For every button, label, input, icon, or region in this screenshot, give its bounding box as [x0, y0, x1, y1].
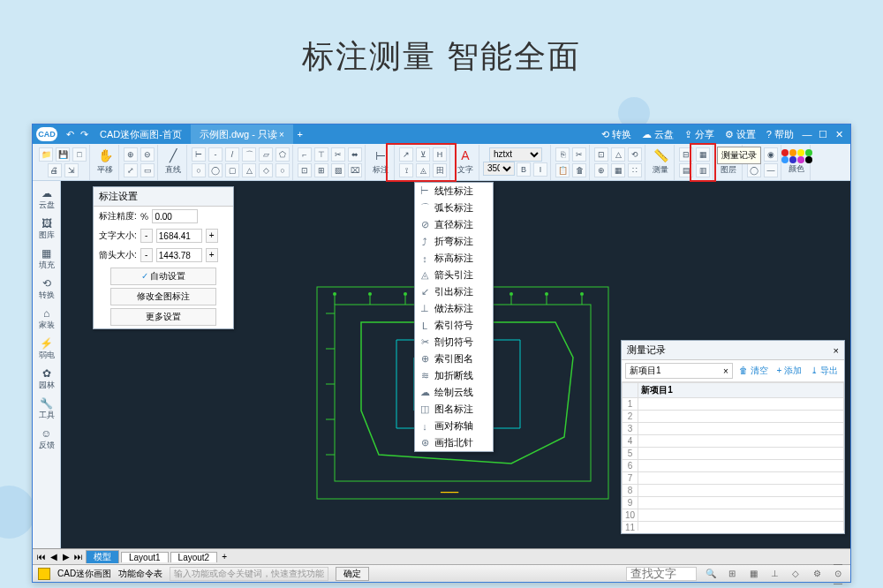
del-icon[interactable]: 🗑 [572, 163, 586, 177]
table-row[interactable]: 4 [623, 435, 844, 448]
annot-menu-图名标注[interactable]: ◫图名标注 [415, 401, 493, 418]
osnap-icon[interactable]: ◇ [789, 569, 803, 578]
paste-icon[interactable]: 📋 [555, 163, 570, 177]
zoom-window-icon[interactable]: ▭ [140, 163, 155, 177]
m4-icon[interactable]: ⬌ [348, 147, 362, 162]
table-row[interactable]: 5 [623, 448, 844, 460]
m5-icon[interactable]: ⊡ [298, 163, 312, 177]
t5-icon[interactable]: ▦ [611, 163, 625, 177]
text-size-input[interactable] [156, 229, 202, 243]
tab-add[interactable]: + [219, 552, 230, 562]
link-settings[interactable]: ⚙ 设置 [720, 128, 761, 141]
msr1-icon[interactable]: ⊟ [679, 147, 693, 162]
command-input[interactable]: 输入功能或命令关键词，快速查找功能 [170, 567, 328, 581]
m6-icon[interactable]: ⊞ [314, 163, 328, 177]
find-text-input[interactable] [626, 567, 697, 581]
search-icon[interactable]: 🔍 [704, 569, 718, 578]
zoom-slider-icon[interactable]: —⊙— [831, 559, 845, 588]
italic-icon[interactable]: I [533, 162, 547, 177]
cut-icon[interactable]: ✂ [572, 147, 586, 162]
window-min-icon[interactable]: — [799, 129, 815, 139]
dock-云盘[interactable]: ☁云盘 [34, 185, 59, 213]
msr4-icon[interactable]: ▥ [696, 163, 710, 177]
arc-icon[interactable]: ⌒ [242, 147, 256, 162]
c1-icon[interactable]: ○ [192, 163, 206, 177]
ly2-icon[interactable]: ◉ [764, 147, 778, 162]
a1-icon[interactable]: ↗ [399, 147, 413, 162]
table-row[interactable]: 7 [623, 472, 844, 485]
m7-icon[interactable]: ▧ [331, 163, 345, 177]
link-help[interactable]: ? 帮助 [761, 128, 799, 141]
c5-icon[interactable]: ◇ [259, 163, 273, 177]
dock-家装[interactable]: ⌂家装 [34, 305, 59, 333]
arrow-size-dec[interactable]: - [140, 248, 153, 262]
dock-园林[interactable]: ✿园林 [34, 365, 59, 393]
t6-icon[interactable]: ∷ [628, 163, 642, 177]
table-row[interactable]: 9 [623, 497, 844, 509]
annotate-button[interactable]: ⊢标注 [369, 147, 392, 177]
tab-next-icon[interactable]: ▶ [61, 552, 72, 562]
project-name-field[interactable]: 新项目1× [625, 363, 733, 379]
open-icon[interactable]: 📁 [39, 147, 53, 162]
tab-home[interactable]: CAD迷你画图-首页 [91, 124, 191, 144]
status-settings-icon[interactable]: ⚙ [810, 569, 824, 578]
annot-menu-弧长标注[interactable]: ⌒弧长标注 [415, 200, 493, 216]
table-row[interactable]: 3 [623, 423, 844, 435]
zoom-fit-icon[interactable]: ⤢ [124, 163, 138, 177]
line-button[interactable]: ╱直线 [162, 147, 185, 177]
annot-menu-线性标注[interactable]: ⊢线性标注 [415, 183, 493, 200]
tab-prev-icon[interactable]: ◀ [49, 552, 59, 562]
table-row[interactable]: 6 [623, 460, 844, 472]
dock-图库[interactable]: 🖼图库 [34, 215, 59, 243]
c3-icon[interactable]: ▢ [225, 163, 239, 177]
ly4-icon[interactable]: — [764, 163, 778, 177]
a3-icon[interactable]: H [433, 147, 447, 162]
table-row[interactable]: 11 [623, 522, 844, 531]
annot-menu-标高标注[interactable]: ↕标高标注 [415, 250, 493, 267]
measure-panel-close-icon[interactable]: × [834, 345, 839, 356]
annot-menu-直径标注[interactable]: ⊘直径标注 [415, 216, 493, 233]
snap-icon[interactable]: ⊞ [725, 569, 739, 578]
text-size-inc[interactable]: + [206, 229, 218, 243]
dock-工具[interactable]: 🔧工具 [34, 395, 59, 423]
font-name-select[interactable]: hztxt [489, 147, 542, 162]
link-cloud[interactable]: ☁ 云盘 [637, 128, 679, 141]
m2-icon[interactable]: ⊤ [314, 147, 328, 162]
a2-icon[interactable]: ⊻ [416, 147, 430, 162]
text-button[interactable]: A文字 [454, 147, 477, 177]
annot-menu-做法标注[interactable]: ⊥做法标注 [415, 300, 493, 317]
text-size-dec[interactable]: - [140, 229, 153, 243]
arrow-size-input[interactable] [156, 248, 202, 262]
pan-button[interactable]: ✋平移 [94, 147, 117, 177]
annot-menu-剖切符号[interactable]: ✂剖切符号 [415, 334, 493, 351]
msr3-icon[interactable]: ▤ [679, 163, 693, 177]
poly-icon[interactable]: ⬠ [275, 147, 290, 162]
more-settings-button[interactable]: 更多设置 [110, 308, 216, 326]
dock-反馈[interactable]: ☺反馈 [34, 425, 59, 453]
grid-icon[interactable]: ▦ [746, 569, 760, 578]
c6-icon[interactable]: ○ [275, 163, 290, 177]
precision-input[interactable] [152, 209, 198, 223]
link-share[interactable]: ⇪ 分享 [679, 128, 720, 141]
tab-last-icon[interactable]: ⏭ [73, 552, 84, 562]
annot-menu-引出标注[interactable]: ↙引出标注 [415, 283, 493, 300]
c4-icon[interactable]: △ [242, 163, 256, 177]
ly3-icon[interactable]: ◯ [747, 163, 761, 177]
table-row[interactable]: 10 [623, 509, 844, 522]
font-size-select[interactable]: 350 [483, 162, 515, 176]
table-row[interactable]: 1 [623, 398, 844, 411]
c2-icon[interactable]: ◯ [208, 163, 223, 177]
window-close-icon[interactable]: ✕ [831, 129, 847, 140]
annot-menu-加折断线[interactable]: ≋加折断线 [415, 367, 493, 384]
canvas[interactable]: 标注设置 标注精度: ⁰⁄₀ 文字大小: - + 箭头大小: - + [61, 181, 850, 548]
annot-menu-箭头引注[interactable]: ◬箭头引注 [415, 267, 493, 283]
auto-set-button[interactable]: 自动设置 [110, 268, 216, 285]
pline-icon[interactable]: ⊢ [192, 147, 206, 162]
tab-file[interactable]: 示例图.dwg - 只读× [191, 124, 293, 144]
annot-menu-画对称轴[interactable]: ↓画对称轴 [415, 418, 493, 434]
add-button[interactable]: + 添加 [774, 365, 805, 377]
tab-add-icon[interactable]: + [293, 129, 307, 139]
t3-icon[interactable]: ⟲ [628, 147, 642, 162]
tab-close-icon[interactable]: × [279, 130, 284, 139]
export-button[interactable]: ⤓ 导出 [808, 365, 841, 377]
